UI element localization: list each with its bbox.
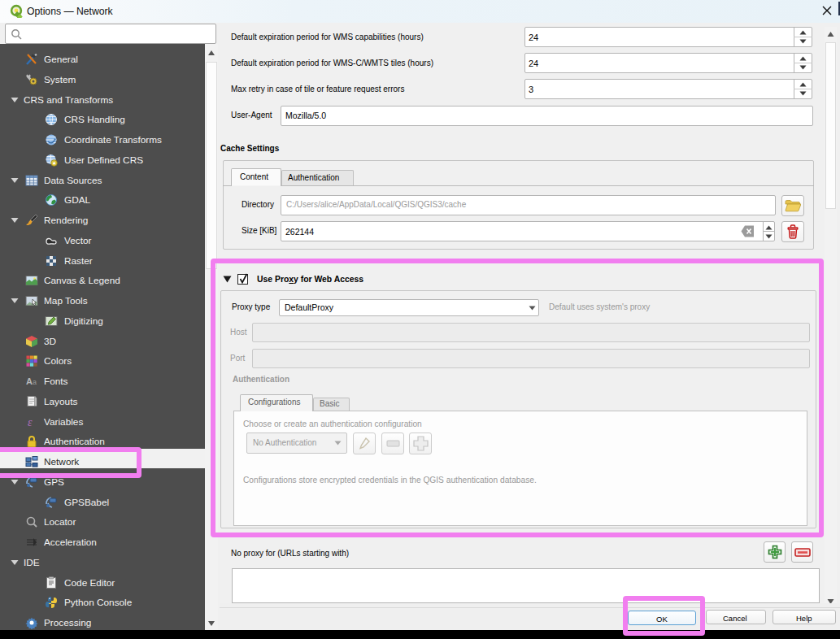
svg-text:A: A [26, 376, 33, 386]
svg-text:a: a [33, 378, 37, 386]
svg-text:ε: ε [28, 416, 33, 428]
